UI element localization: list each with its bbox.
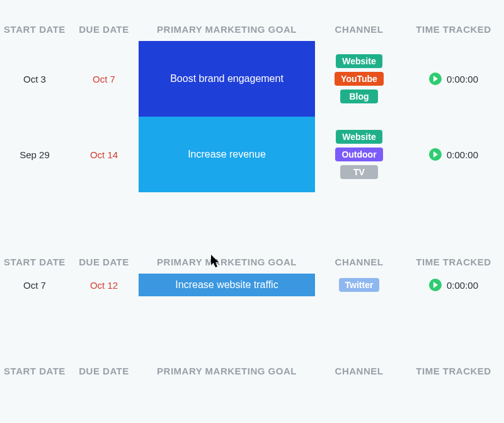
channel-tag[interactable]: Twitter bbox=[339, 278, 380, 292]
col-goal: PRIMARY MARKETING GOAL bbox=[139, 250, 315, 274]
play-icon[interactable] bbox=[429, 148, 442, 161]
play-icon[interactable] bbox=[429, 72, 442, 85]
channel-tag[interactable]: YouTube bbox=[335, 72, 384, 86]
column-headers: START DATE DUE DATE PRIMARY MARKETING GO… bbox=[0, 250, 504, 274]
task-row[interactable]: Sep 29 Oct 14 Increase revenue Website O… bbox=[0, 117, 504, 192]
col-start-date: START DATE bbox=[0, 18, 69, 41]
channel-tag[interactable]: Website bbox=[336, 130, 382, 144]
col-channel: CHANNEL bbox=[315, 250, 403, 274]
time-value: 0:00:00 bbox=[447, 74, 478, 84]
column-headers: START DATE DUE DATE PRIMARY MARKETING GO… bbox=[0, 359, 504, 383]
task-row[interactable]: Oct 7 Oct 12 Increase website traffic Tw… bbox=[0, 274, 504, 296]
due-date-cell[interactable]: Oct 12 bbox=[69, 274, 139, 296]
col-time: TIME TRACKED bbox=[403, 18, 504, 41]
start-date-cell[interactable]: Sep 29 bbox=[0, 117, 69, 192]
channel-tag[interactable]: Outdoor bbox=[335, 148, 382, 161]
start-date-cell[interactable]: Oct 7 bbox=[0, 274, 69, 296]
time-cell[interactable]: 0:00:00 bbox=[403, 117, 504, 192]
channel-tag[interactable]: Blog bbox=[340, 90, 378, 103]
play-icon[interactable] bbox=[429, 279, 442, 291]
col-goal: PRIMARY MARKETING GOAL bbox=[139, 359, 315, 383]
time-cell[interactable]: 0:00:00 bbox=[403, 274, 504, 296]
goal-block: Boost brand engagement bbox=[139, 41, 315, 117]
task-group: START DATE DUE DATE PRIMARY MARKETING GO… bbox=[0, 192, 504, 296]
goal-block: Increase website traffic bbox=[139, 274, 315, 296]
column-headers: START DATE DUE DATE PRIMARY MARKETING GO… bbox=[0, 18, 504, 41]
col-time: TIME TRACKED bbox=[403, 359, 504, 383]
goal-block: Increase revenue bbox=[139, 117, 315, 192]
channel-cell[interactable]: Twitter bbox=[315, 274, 403, 296]
due-date-cell[interactable]: Oct 7 bbox=[69, 41, 139, 117]
time-value: 0:00:00 bbox=[447, 280, 478, 291]
channel-tag[interactable]: TV bbox=[340, 165, 378, 179]
col-time: TIME TRACKED bbox=[403, 250, 504, 274]
col-start-date: START DATE bbox=[0, 250, 69, 274]
col-channel: CHANNEL bbox=[315, 359, 403, 383]
due-date-cell[interactable]: Oct 14 bbox=[69, 117, 139, 192]
col-channel: CHANNEL bbox=[315, 18, 403, 41]
goal-cell[interactable]: Boost brand engagement bbox=[139, 41, 315, 117]
col-due-date: DUE DATE bbox=[69, 18, 139, 41]
task-group: START DATE DUE DATE PRIMARY MARKETING GO… bbox=[0, 296, 504, 383]
col-goal: PRIMARY MARKETING GOAL bbox=[139, 18, 315, 41]
col-due-date: DUE DATE bbox=[69, 359, 139, 383]
task-row[interactable]: Oct 3 Oct 7 Boost brand engagement Websi… bbox=[0, 41, 504, 117]
time-value: 0:00:00 bbox=[447, 149, 478, 160]
task-group: START DATE DUE DATE PRIMARY MARKETING GO… bbox=[0, 0, 504, 192]
channel-cell[interactable]: Website Outdoor TV bbox=[315, 117, 403, 192]
time-cell[interactable]: 0:00:00 bbox=[403, 41, 504, 117]
goal-cell[interactable]: Increase website traffic bbox=[139, 274, 315, 296]
channel-tag[interactable]: Website bbox=[336, 54, 382, 68]
col-due-date: DUE DATE bbox=[69, 250, 139, 274]
goal-cell[interactable]: Increase revenue bbox=[139, 117, 315, 192]
start-date-cell[interactable]: Oct 3 bbox=[0, 41, 69, 117]
channel-cell[interactable]: Website YouTube Blog bbox=[315, 41, 403, 117]
col-start-date: START DATE bbox=[0, 359, 69, 383]
